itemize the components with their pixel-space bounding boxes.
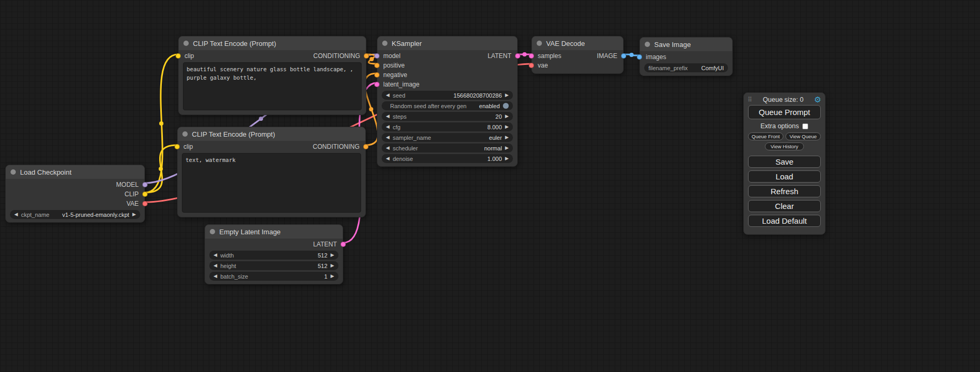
widget-filename-prefix[interactable]: filename_prefix ComfyUI (644, 63, 728, 72)
save-button[interactable]: Save (748, 156, 821, 168)
link-midpoint-dot (159, 167, 163, 171)
widget-ckpt-name[interactable]: ◀ ckpt_name v1-5-pruned-emaonly.ckpt ▶ (10, 210, 140, 219)
arrow-left-icon[interactable]: ◀ (386, 156, 390, 161)
node-title-bar[interactable]: CLIP Text Encode (Prompt) (179, 36, 366, 50)
input-slot-clip[interactable] (176, 53, 181, 59)
node-graph-canvas[interactable]: Load Checkpoint MODEL CLIP VAE ◀ ckpt_na… (0, 0, 980, 372)
widget-label: batch_size (220, 273, 248, 280)
arrow-right-icon[interactable]: ▶ (505, 125, 509, 129)
widget-height[interactable]: ◀ height 512 ▶ (209, 261, 338, 270)
node-title-bar[interactable]: Empty Latent Image (205, 225, 343, 239)
settings-gear-icon[interactable]: ⚙ (814, 96, 821, 103)
input-slot-latent-image[interactable] (374, 82, 380, 87)
extra-options-checkbox[interactable] (802, 123, 808, 129)
widget-value: 156680208700286 (453, 92, 502, 99)
widget-label: ckpt_name (21, 212, 50, 218)
arrow-right-icon[interactable]: ▶ (505, 146, 509, 150)
arrow-right-icon[interactable]: ▶ (505, 114, 509, 119)
output-slot-model[interactable] (142, 182, 148, 187)
input-label-vae: vae (538, 62, 548, 69)
arrow-left-icon[interactable]: ◀ (214, 274, 217, 279)
arrow-left-icon[interactable]: ◀ (386, 146, 390, 150)
node-clip-text-encode-positive[interactable]: CLIP Text Encode (Prompt) clip CONDITION… (178, 36, 366, 115)
collapse-dot[interactable] (537, 41, 542, 46)
node-title-bar[interactable]: CLIP Text Encode (Prompt) (178, 127, 365, 141)
clear-button[interactable]: Clear (748, 200, 821, 212)
slot-row: negative (377, 70, 517, 80)
output-slot-latent[interactable] (341, 242, 346, 247)
widget-seed[interactable]: ◀ seed 156680208700286 ▶ (382, 91, 513, 100)
refresh-button[interactable]: Refresh (748, 185, 821, 197)
collapse-dot[interactable] (645, 42, 650, 47)
drag-handle-icon[interactable]: ⠿ (748, 96, 752, 103)
collapse-dot[interactable] (182, 131, 188, 137)
widget-denoise[interactable]: ◀ denoise 1.000 ▶ (382, 154, 513, 163)
output-slot-clip[interactable] (142, 192, 148, 197)
queue-size-label: Queue size: 0 (752, 96, 814, 103)
arrow-right-icon[interactable]: ▶ (331, 263, 334, 268)
widget-random-seed[interactable]: Random seed after every gen enabled (382, 101, 513, 110)
queue-prompt-button[interactable]: Queue Prompt (748, 105, 821, 119)
widget-steps[interactable]: ◀ steps 20 ▶ (382, 112, 513, 121)
collapse-dot[interactable] (382, 41, 387, 46)
load-button[interactable]: Load (748, 170, 821, 183)
queue-front-button[interactable]: Queue Front (748, 132, 783, 140)
arrow-left-icon[interactable]: ◀ (386, 135, 390, 140)
arrow-left-icon[interactable]: ◀ (214, 263, 217, 268)
collapse-dot[interactable] (11, 169, 16, 175)
widget-value: 8.000 (488, 124, 502, 130)
collapse-dot[interactable] (210, 229, 215, 234)
node-clip-text-encode-negative[interactable]: CLIP Text Encode (Prompt) clip CONDITION… (177, 127, 366, 217)
input-slot-vae[interactable] (529, 63, 534, 68)
node-load-checkpoint[interactable]: Load Checkpoint MODEL CLIP VAE ◀ ckpt_na… (5, 165, 145, 223)
node-title-bar[interactable]: Save Image (640, 37, 732, 51)
arrow-left-icon[interactable]: ◀ (214, 253, 217, 257)
arrow-right-icon[interactable]: ▶ (331, 253, 334, 257)
arrow-right-icon[interactable]: ▶ (505, 135, 509, 140)
arrow-right-icon[interactable]: ▶ (505, 156, 509, 161)
view-queue-button[interactable]: View Queue (785, 132, 821, 140)
arrow-left-icon[interactable]: ◀ (386, 125, 390, 129)
widget-value: 512 (318, 252, 327, 259)
node-title-bar[interactable]: VAE Decode (532, 36, 623, 50)
node-ksampler[interactable]: KSampler model LATENT positive negative … (377, 36, 518, 167)
node-title: CLIP Text Encode (Prompt) (192, 130, 275, 138)
load-default-button[interactable]: Load Default (748, 215, 821, 227)
arrow-right-icon[interactable]: ▶ (331, 274, 334, 279)
slot-row: images (640, 52, 732, 62)
widget-batch-size[interactable]: ◀ batch_size 1 ▶ (209, 272, 338, 281)
node-empty-latent-image[interactable]: Empty Latent Image LATENT ◀ width 512 ▶ … (205, 224, 343, 284)
widget-cfg[interactable]: ◀ cfg 8.000 ▶ (382, 122, 513, 131)
slot-row: clip CONDITIONING (179, 51, 366, 61)
node-title-bar[interactable]: Load Checkpoint (6, 165, 144, 179)
link-midpoint-dot (522, 52, 527, 56)
arrow-right-icon[interactable]: ▶ (505, 93, 509, 98)
negative-prompt-textarea[interactable]: text, watermark (182, 153, 361, 213)
output-slot-conditioning[interactable] (364, 53, 369, 59)
input-slot-samples[interactable] (529, 53, 534, 59)
output-slot-conditioning[interactable] (363, 144, 368, 149)
arrow-left-icon[interactable]: ◀ (386, 114, 390, 119)
node-title-bar[interactable]: KSampler (377, 36, 517, 50)
input-slot-model[interactable] (374, 53, 380, 59)
collapse-dot[interactable] (183, 41, 189, 46)
comfy-menu-panel[interactable]: ⠿ Queue size: 0 ⚙ Queue Prompt Extra opt… (743, 92, 826, 235)
input-slot-negative[interactable] (374, 72, 380, 78)
node-save-image[interactable]: Save Image images filename_prefix ComfyU… (639, 37, 733, 76)
toggle-knob[interactable] (503, 103, 509, 109)
widget-width[interactable]: ◀ width 512 ▶ (209, 251, 338, 260)
arrow-left-icon[interactable]: ◀ (14, 212, 18, 217)
arrow-right-icon[interactable]: ▶ (132, 212, 136, 217)
output-slot-vae[interactable] (142, 201, 148, 206)
output-slot-latent[interactable] (515, 53, 520, 59)
output-slot-image[interactable] (621, 53, 626, 59)
arrow-left-icon[interactable]: ◀ (386, 93, 390, 98)
node-vae-decode[interactable]: VAE Decode samples IMAGE vae (531, 36, 624, 74)
widget-scheduler[interactable]: ◀ scheduler normal ▶ (382, 144, 513, 152)
widget-sampler-name[interactable]: ◀ sampler_name euler ▶ (382, 133, 513, 142)
view-history-button[interactable]: View History (765, 142, 804, 150)
input-slot-positive[interactable] (374, 63, 380, 68)
positive-prompt-textarea[interactable]: beautiful scenery nature glass bottle la… (183, 62, 362, 110)
input-slot-images[interactable] (637, 54, 642, 60)
input-slot-clip[interactable] (174, 144, 180, 149)
